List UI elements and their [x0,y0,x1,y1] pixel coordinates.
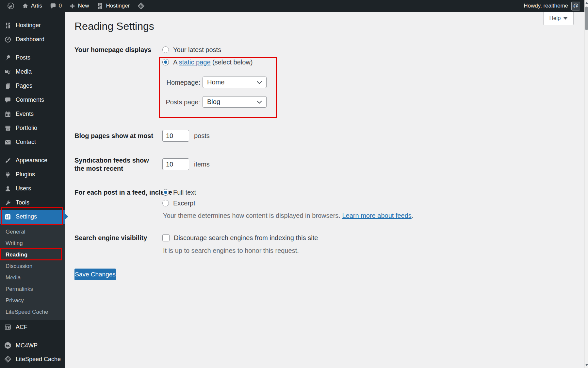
blog-pages-input[interactable] [162,130,189,142]
homepage-select-value: Home [207,79,224,86]
site-menu-item[interactable]: Artis [18,0,46,12]
sidebar-item-pages[interactable]: Pages [0,79,65,93]
comments-menu-item[interactable]: 0 [46,0,66,12]
admin-sidebar: Hostinger Dashboard Posts Me [0,12,65,368]
sidebar-item-mc4wp[interactable]: MC4WP [0,339,65,352]
sidebar-item-label: Tools [16,199,29,206]
scrollbar-thumb[interactable] [585,7,588,30]
howdy-greeting[interactable]: Howdy, realtheme [524,3,568,9]
sidebar-item-label: Comments [16,96,44,103]
feed-note: Your theme determines how content is dis… [163,212,413,219]
submenu-item-reading[interactable]: Reading [0,249,65,260]
sidebar-item-media[interactable]: Media [0,65,65,79]
chevron-down-icon [564,17,567,20]
sidebar-item-portfolio[interactable]: Portfolio [0,121,65,135]
sidebar-item-acf[interactable]: ACF [0,320,65,334]
sidebar-item-settings[interactable]: Settings [0,210,65,224]
submenu-item-discussion[interactable]: Discussion [0,260,65,272]
full-text-radio-label[interactable]: Full text [173,189,196,196]
static-page-radio[interactable] [162,59,169,65]
posts-page-select[interactable]: Blog [203,96,267,108]
blog-pages-label: Blog pages show at most [74,132,153,140]
learn-more-feeds-link[interactable]: Learn more about feeds [342,212,411,219]
acf-table-icon [4,324,11,330]
sidebar-item-dashboard[interactable]: Dashboard [0,32,65,46]
excerpt-radio[interactable] [162,200,169,206]
help-button[interactable]: Help [543,12,574,25]
syndication-suffix: items [194,161,210,168]
submenu-label: Writing [6,240,23,247]
syndication-label: Syndication feeds show the most recent [74,156,156,173]
chevron-down-icon [256,80,262,84]
submenu-label: Permalinks [6,286,33,292]
sidebar-item-label: Events [16,111,34,117]
homepage-select[interactable]: Home [203,77,267,88]
submenu-label: Privacy [6,297,24,304]
static-page-radio-label[interactable]: A static page (select below) [173,59,253,66]
search-visibility-note: It is up to search engines to honor this… [163,247,299,254]
sidebar-item-events[interactable]: Events [0,107,65,121]
scrollbar[interactable] [584,0,588,368]
sidebar-item-litespeed-cache[interactable]: LiteSpeed Cache [0,352,65,366]
submenu-label: Media [6,274,21,281]
submenu-item-media[interactable]: Media [0,272,65,283]
user-icon [4,185,11,192]
sidebar-item-contact[interactable]: Contact [0,135,65,149]
scroll-up-arrow-icon[interactable] [585,2,588,4]
submenu-item-writing[interactable]: Writing [0,237,65,249]
portfolio-archive-icon [4,125,11,131]
latest-posts-radio-label[interactable]: Your latest posts [173,46,221,54]
submenu-item-permalinks[interactable]: Permalinks [0,283,65,295]
syndication-input[interactable] [162,158,189,170]
sidebar-item-label: MC4WP [16,342,38,349]
page-title: Reading Settings [74,20,154,32]
full-text-radio[interactable] [162,189,169,196]
submenu-item-privacy[interactable]: Privacy [0,295,65,306]
sidebar-item-comments[interactable]: Comments [0,93,65,107]
latest-posts-radio[interactable] [162,46,169,53]
litespeed-menu-item[interactable] [134,0,149,12]
feed-include-label: For each post in a feed, include [74,188,172,197]
new-label: New [78,3,89,9]
new-menu-item[interactable]: New [66,0,93,12]
hostinger-label: Hostinger [106,3,130,9]
discourage-search-checkbox[interactable] [162,234,170,241]
chevron-down-icon [256,100,262,104]
hostinger-menu-item[interactable]: Hostinger [93,0,134,12]
settings-submenu: General Writing Reading Discussion Media… [0,224,65,320]
plus-icon [70,3,75,9]
settings-sliders-icon [4,214,11,220]
sidebar-item-hostinger[interactable]: Hostinger [0,18,65,32]
sidebar-item-users[interactable]: Users [0,182,65,196]
plug-icon [4,171,11,178]
sidebar-item-plugins[interactable]: Plugins [0,167,65,182]
submenu-item-general[interactable]: General [0,226,65,237]
homepage-select-label: Homepage: [162,79,200,86]
comment-bubble-icon [4,97,11,103]
posts-page-select-label: Posts page: [162,98,200,106]
save-changes-button[interactable]: Save Changes [74,269,116,280]
submenu-item-litespeed-cache[interactable]: LiteSpeed Cache [0,306,65,318]
scroll-down-arrow-icon[interactable] [585,364,588,366]
sidebar-item-posts[interactable]: Posts [0,51,65,65]
wordpress-icon [7,2,14,9]
user-avatar[interactable]: @ [571,2,580,10]
posts-page-select-value: Blog [207,98,220,106]
wrench-icon [4,200,11,206]
litespeed-diamond-icon [4,356,11,362]
sidebar-item-appearance[interactable]: Appearance [0,153,65,167]
discourage-search-checkbox-label[interactable]: Discourage search engines from indexing … [174,234,318,242]
pages-icon [4,83,11,89]
mc4wp-mountain-icon [4,342,11,349]
feed-note-period: . [412,212,414,219]
admin-bar: Artis 0 New Hostinger Howdy, realtheme @ [0,0,588,12]
litespeed-diamond-icon [138,2,145,9]
static-page-link[interactable]: static page [179,59,211,66]
sidebar-item-tools[interactable]: Tools [0,196,65,210]
wordpress-logo[interactable] [3,0,18,12]
sidebar-item-label: Users [16,185,31,192]
blog-pages-suffix: posts [194,132,210,140]
excerpt-radio-label[interactable]: Excerpt [173,200,195,207]
home-icon [22,3,28,9]
submenu-label: LiteSpeed Cache [6,309,48,315]
